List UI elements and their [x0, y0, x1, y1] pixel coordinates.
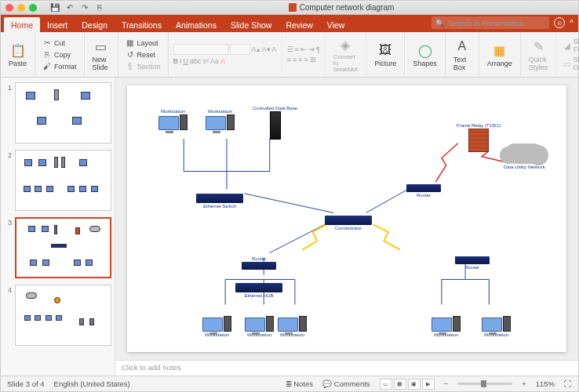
workstation-node[interactable]: Workstation: [482, 316, 511, 337]
undo-icon[interactable]: ↶: [64, 2, 75, 13]
ribbon: 📋 Paste ✂Cut ⎘Copy 🖌Format ▭ New Slide ▦…: [1, 32, 578, 78]
document-title: Computer network diagram: [289, 3, 395, 12]
close-window-button[interactable]: [5, 4, 13, 12]
new-slide-button[interactable]: ▭ New Slide: [89, 36, 113, 73]
format-painter-button[interactable]: 🖌Format: [40, 61, 79, 72]
thumbnail-2[interactable]: 2: [4, 150, 111, 211]
svg-line-7: [270, 225, 325, 253]
paragraph-controls-2: ≡≡≡≡⊞: [287, 56, 320, 64]
reading-view-button[interactable]: ▣: [408, 379, 421, 390]
tab-transitions[interactable]: Transitions: [115, 17, 169, 32]
comments-toggle[interactable]: 💬 Comments: [322, 379, 370, 388]
layout-button[interactable]: ▦Layout: [123, 38, 163, 49]
concentrator-node[interactable]: Concentrator: [325, 216, 372, 230]
zoom-value[interactable]: 115%: [536, 379, 555, 388]
zoom-window-button[interactable]: [29, 4, 37, 12]
layout-icon: ▦: [126, 38, 135, 48]
hub-node[interactable]: Ethernet HUB: [235, 283, 282, 298]
section-button[interactable]: §Section: [123, 61, 163, 72]
thumb-number: 2: [4, 150, 12, 211]
zoom-in-button[interactable]: +: [522, 379, 526, 388]
qat-icon[interactable]: ⎘: [94, 2, 105, 13]
cut-button[interactable]: ✂Cut: [40, 38, 79, 49]
search-placeholder: Search in Presentation: [448, 19, 523, 27]
notes-toggle[interactable]: ≣ Notes: [286, 379, 313, 388]
font-controls: A▴A▾A: [173, 44, 277, 55]
workstation-node[interactable]: Workstation: [245, 316, 274, 337]
font-style-controls: BIU abcx²Aa A: [173, 57, 277, 65]
quick-styles-button[interactable]: ✎Quick Styles: [526, 36, 552, 73]
workstation-node[interactable]: Workstation: [158, 109, 188, 130]
shape-outline-button[interactable]: ▭Shape Outline: [561, 55, 579, 72]
minimize-window-button[interactable]: [17, 4, 25, 12]
brush-icon: 🖌: [42, 62, 52, 71]
thumb-number: 3: [4, 217, 12, 278]
language-indicator[interactable]: English (United States): [54, 379, 130, 388]
smartart-icon: ◈: [337, 36, 354, 53]
search-input[interactable]: 🔍 Search in Presentation: [432, 16, 549, 29]
normal-view-button[interactable]: ▭: [380, 379, 392, 390]
tab-review[interactable]: Review: [279, 17, 319, 32]
slide[interactable]: Workstation Workstation Controlled Data …: [127, 85, 566, 352]
arrange-button[interactable]: ▦Arrange: [484, 40, 515, 69]
thumb-number: 1: [4, 82, 12, 143]
status-bar: Slide 3 of 4 English (United States) ≣ N…: [1, 376, 578, 391]
picture-icon: 🖼: [377, 42, 394, 59]
picture-button[interactable]: 🖼Picture: [371, 40, 399, 69]
workstation-node[interactable]: Workstation: [432, 316, 461, 337]
smartart-button[interactable]: ◈ Convert to SmartArt: [330, 34, 362, 74]
shapes-button[interactable]: ◯Shapes: [410, 40, 440, 69]
save-icon[interactable]: 💾: [49, 2, 60, 13]
fit-to-window-button[interactable]: ⛶: [564, 379, 572, 388]
zoom-out-button[interactable]: −: [444, 379, 449, 388]
workstation-node[interactable]: Workstation: [202, 316, 231, 337]
svg-line-5: [245, 194, 333, 213]
slide-indicator: Slide 3 of 4: [7, 379, 45, 388]
section-icon: §: [126, 62, 135, 71]
thumbnail-3[interactable]: 3: [4, 217, 111, 278]
slide-canvas[interactable]: Workstation Workstation Controlled Data …: [115, 78, 578, 360]
tab-home[interactable]: Home: [4, 17, 40, 32]
fill-icon: ◢: [563, 41, 570, 50]
collapse-ribbon-icon[interactable]: ^: [570, 19, 574, 27]
textbox-icon: A: [453, 38, 471, 55]
shapes-icon: ◯: [417, 42, 434, 59]
ethernet-switch-node[interactable]: Ethernet Switch: [196, 194, 243, 209]
styles-icon: ✎: [530, 38, 547, 55]
thumbnail-4[interactable]: 4: [4, 285, 111, 346]
workstation-node[interactable]: Workstation: [278, 316, 307, 337]
arrange-icon: ▦: [491, 42, 508, 59]
zoom-slider[interactable]: [457, 383, 512, 385]
tab-design[interactable]: Design: [75, 17, 115, 32]
outline-icon: ▭: [563, 59, 570, 68]
copy-button[interactable]: ⎘Copy: [40, 49, 79, 60]
powerpoint-icon: [289, 3, 297, 12]
ribbon-tabs: Home Insert Design Transitions Animation…: [1, 15, 578, 32]
tab-view[interactable]: View: [320, 17, 352, 32]
tab-animations[interactable]: Animations: [169, 17, 224, 32]
paste-button[interactable]: 📋 Paste: [5, 40, 30, 69]
feedback-icon[interactable]: ☺: [554, 17, 565, 28]
notes-pane[interactable]: Click to add notes: [115, 360, 578, 376]
mac-titlebar: 💾 ↶ ↷ ⎘ Computer network diagram: [1, 1, 578, 15]
copy-icon: ⎘: [42, 50, 52, 60]
server-node[interactable]: Controlled Data Base: [253, 106, 297, 140]
slideshow-view-button[interactable]: ▶: [422, 379, 435, 390]
router-node[interactable]: Router: [406, 184, 441, 198]
reset-button[interactable]: ↺Reset: [123, 49, 163, 60]
cloud-node[interactable]: Data Utility Network: [504, 143, 545, 169]
thumbnail-1[interactable]: 1: [4, 82, 111, 143]
paragraph-controls-1: ☰≡⇤⇥¶: [287, 45, 320, 53]
firewall-node[interactable]: Frame Relay (T1/E1): [457, 123, 501, 152]
router-node[interactable]: Router: [242, 256, 276, 270]
tab-slideshow[interactable]: Slide Show: [224, 17, 279, 32]
textbox-button[interactable]: AText Box: [450, 36, 474, 73]
slide-thumbnails: 1 2: [1, 78, 115, 376]
tab-insert[interactable]: Insert: [40, 17, 75, 32]
sorter-view-button[interactable]: ▦: [394, 379, 406, 390]
redo-icon[interactable]: ↷: [79, 2, 90, 13]
workstation-node[interactable]: Workstation: [206, 109, 235, 130]
router-node[interactable]: Router: [455, 256, 490, 270]
shape-fill-button[interactable]: ◢Shape Fill: [561, 37, 579, 54]
view-buttons: ▭ ▦ ▣ ▶: [380, 379, 435, 390]
